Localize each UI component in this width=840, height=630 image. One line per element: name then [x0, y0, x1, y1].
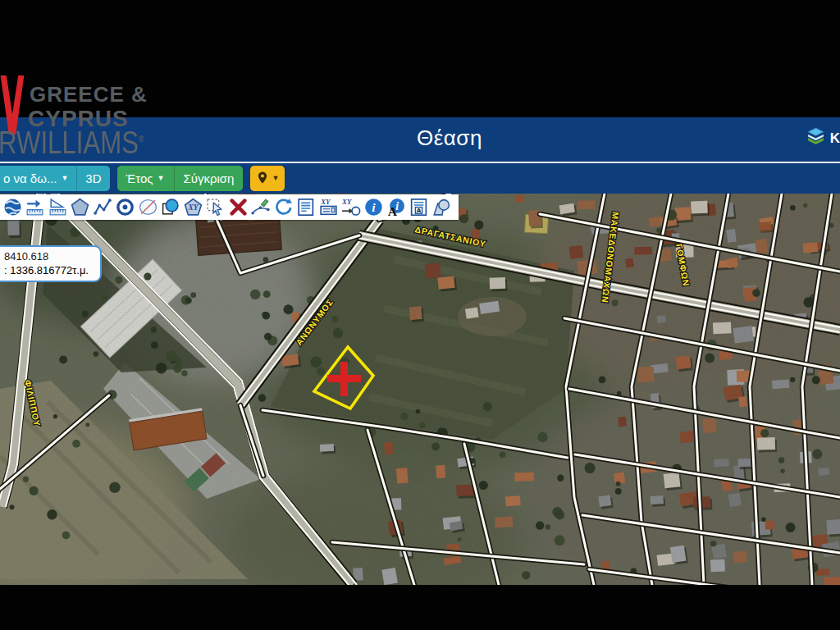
- target-icon[interactable]: [115, 196, 136, 218]
- letterbox-top: [0, 0, 840, 117]
- svg-text:i: i: [372, 200, 376, 214]
- slashed-circle-icon[interactable]: [137, 196, 158, 218]
- want-to-see-label: ο να δω...: [3, 171, 57, 185]
- buffer-icon[interactable]: [160, 196, 181, 218]
- app-header: Θέαση Κ: [0, 117, 840, 163]
- chevron-down-icon: ▼: [158, 175, 165, 182]
- draw-polygon-icon[interactable]: [70, 196, 91, 218]
- nav-bar: ο να δω... ▼ 3D Έτος ▼ Σύγκριση: [0, 163, 840, 194]
- label-icon[interactable]: A: [408, 196, 429, 218]
- layers-cube-icon[interactable]: [806, 127, 825, 149]
- page-title: Θέαση: [417, 126, 482, 151]
- measurement-info-box: 8410.618 : 1336.816772τ.μ.: [0, 245, 102, 282]
- location-pin-icon: [256, 171, 269, 187]
- year-button[interactable]: Έτος ▼: [117, 166, 174, 191]
- list-icon[interactable]: [295, 196, 317, 218]
- info-label-icon[interactable]: iA: [386, 196, 407, 218]
- aerial-map[interactable]: ΔΡΑΓΑΤΣΑΝΙΟΥΑΝΩΝΥΜΟΣΜΑΚΕΔΟΝΟΜΑΧΩΝΓΟΜΦΩΝΦ…: [0, 194, 840, 585]
- goto-xy-icon[interactable]: XY: [340, 196, 362, 218]
- chevron-down-icon: ▼: [272, 175, 279, 182]
- map-viewport[interactable]: ΔΡΑΓΑΤΣΑΝΙΟΥΑΝΩΝΥΜΟΣΜΑΚΕΔΟΝΟΜΑΧΩΝΓΟΜΦΩΝΦ…: [0, 194, 840, 585]
- chevron-down-icon: ▼: [61, 175, 68, 182]
- draw-polyline-icon[interactable]: [92, 196, 113, 218]
- delete-icon[interactable]: [227, 196, 249, 218]
- select-icon[interactable]: [205, 196, 226, 218]
- xy-table-icon[interactable]: XY: [317, 196, 339, 218]
- spatial-query-icon[interactable]: [431, 196, 452, 218]
- 3d-button[interactable]: 3D: [76, 166, 109, 191]
- svg-text:A: A: [416, 207, 421, 214]
- svg-text:XY: XY: [320, 198, 331, 206]
- refresh-icon[interactable]: [272, 196, 294, 218]
- want-to-see-button[interactable]: ο να δω... ▼: [0, 166, 76, 191]
- year-label: Έτος: [126, 171, 153, 185]
- location-pin-button[interactable]: ▼: [250, 166, 285, 191]
- measure-line-icon[interactable]: [25, 196, 46, 218]
- measure-area-icon[interactable]: [47, 196, 68, 218]
- edit-vertices-icon[interactable]: [250, 196, 272, 218]
- info-icon[interactable]: i: [363, 196, 384, 218]
- compare-button[interactable]: Σύγκριση: [174, 166, 244, 191]
- header-right-label[interactable]: Κ: [830, 130, 840, 147]
- svg-text:A: A: [388, 204, 398, 217]
- svg-text:XY: XY: [341, 198, 353, 206]
- globe-icon[interactable]: [2, 196, 23, 218]
- svg-text:XY: XY: [187, 203, 199, 212]
- letterbox-bottom: [0, 585, 840, 630]
- 3d-label: 3D: [85, 171, 101, 185]
- measurement-area-value: : 1336.816772τ.μ.: [4, 263, 96, 277]
- measurement-line1: 8410.618: [4, 249, 96, 263]
- compare-label: Σύγκριση: [184, 171, 235, 185]
- polygon-xy-icon[interactable]: XY: [182, 196, 203, 218]
- map-tools-toolbar: XYXYXYiiAA: [0, 194, 459, 220]
